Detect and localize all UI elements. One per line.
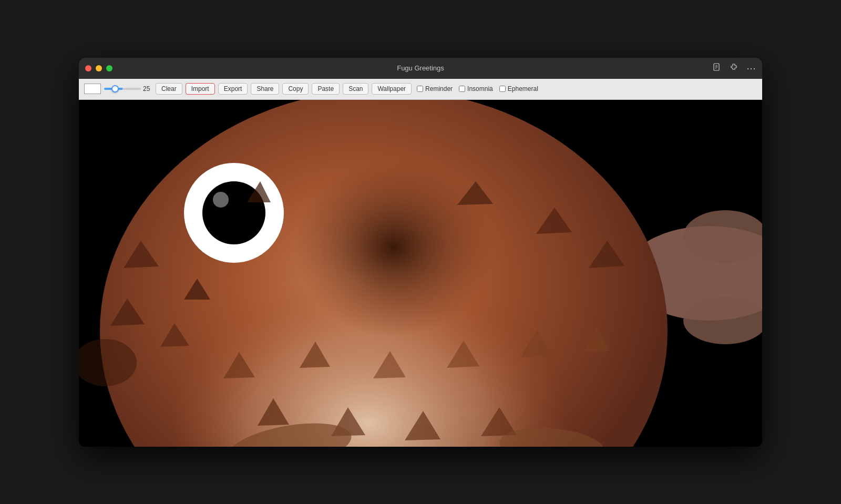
share-button[interactable]: Share bbox=[251, 83, 279, 95]
fugu-svg bbox=[79, 100, 762, 447]
maximize-button[interactable] bbox=[106, 65, 112, 71]
svg-point-14 bbox=[213, 192, 229, 208]
import-button[interactable]: Import bbox=[186, 83, 215, 95]
close-button[interactable] bbox=[85, 65, 91, 71]
minimize-button[interactable] bbox=[96, 65, 102, 71]
svg-point-11 bbox=[294, 158, 494, 336]
window-controls bbox=[85, 65, 112, 71]
new-document-icon[interactable] bbox=[713, 63, 721, 73]
insomnia-text: Insomnia bbox=[467, 85, 493, 92]
export-button[interactable]: Export bbox=[218, 83, 248, 95]
reminder-text: Reminder bbox=[425, 85, 453, 92]
titlebar: Fugu Greetings ⋯ bbox=[79, 58, 762, 79]
ephemeral-text: Ephemeral bbox=[508, 85, 538, 92]
toolbar: 25 Clear Import Export Share Copy Paste … bbox=[79, 79, 762, 100]
insomnia-checkbox[interactable] bbox=[459, 86, 465, 92]
ephemeral-checkbox[interactable] bbox=[499, 86, 506, 92]
pen-preview bbox=[84, 84, 101, 94]
brush-size-value: 25 bbox=[143, 85, 152, 92]
canvas-area[interactable] bbox=[79, 100, 762, 447]
paste-button[interactable]: Paste bbox=[312, 83, 340, 95]
insomnia-label[interactable]: Insomnia bbox=[459, 85, 493, 92]
ephemeral-label[interactable]: Ephemeral bbox=[499, 85, 538, 92]
brush-size-control: 25 bbox=[104, 85, 152, 92]
reminder-checkbox[interactable] bbox=[417, 86, 423, 92]
puzzle-icon[interactable] bbox=[730, 63, 738, 73]
titlebar-actions: ⋯ bbox=[713, 63, 756, 74]
reminder-label[interactable]: Reminder bbox=[417, 85, 453, 92]
wallpaper-button[interactable]: Wallpaper bbox=[372, 83, 412, 95]
checkbox-group: Reminder Insomnia Ephemeral bbox=[417, 85, 538, 92]
window-title: Fugu Greetings bbox=[397, 64, 444, 72]
brush-size-slider[interactable] bbox=[104, 88, 141, 90]
more-options-icon[interactable]: ⋯ bbox=[746, 63, 756, 74]
clear-button[interactable]: Clear bbox=[156, 83, 182, 95]
scan-button[interactable]: Scan bbox=[343, 83, 368, 95]
copy-button[interactable]: Copy bbox=[282, 83, 309, 95]
app-window: Fugu Greetings ⋯ 25 C bbox=[79, 58, 762, 447]
fugu-image bbox=[79, 100, 762, 447]
